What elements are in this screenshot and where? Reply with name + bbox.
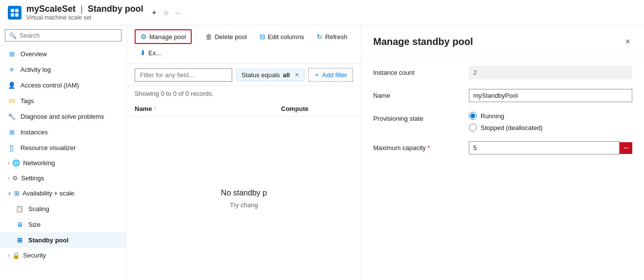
radio-stopped[interactable]: Stopped (deallocated) [469, 124, 632, 131]
sidebar-group-settings[interactable]: › ⚙ Settings [0, 171, 126, 186]
manage-pool-button[interactable]: ⚙ Manage pool [135, 29, 192, 44]
main-content: ⚙ Manage pool 🗑 Delete pool ⊟ Edit colum… [127, 25, 361, 280]
sidebar-group-networking[interactable]: › 🌐 Networking [0, 155, 126, 171]
sidebar-group-label: Security [23, 252, 46, 259]
instance-count-value [469, 66, 632, 79]
status-filter-label: Status equals [242, 71, 280, 79]
sidebar-item-label: Tags [20, 97, 34, 105]
sidebar-item-label: Instances [20, 129, 48, 136]
panel-title: Manage standby pool [373, 36, 473, 47]
access-control-icon: 👤 [8, 81, 16, 89]
radio-running[interactable]: Running [469, 112, 632, 120]
security-icon: 🔒 [12, 252, 20, 259]
radio-running-label: Running [481, 112, 504, 120]
delete-pool-label: Delete pool [215, 33, 247, 41]
panel-header: Manage standby pool × [362, 25, 644, 56]
page-subtitle: Virtual machine scale set [26, 14, 143, 21]
export-icon: ⬇ [140, 49, 146, 57]
sidebar-item-scaling[interactable]: 📋 Scaling [0, 201, 126, 216]
content-toolbar: ⚙ Manage pool 🗑 Delete pool ⊟ Edit colum… [127, 25, 361, 64]
sort-icon[interactable]: ↑ [154, 106, 156, 111]
sidebar-group-availability-scale[interactable]: ∨ ⊞ Availability + scale [0, 186, 126, 201]
page-title: Standby pool [88, 4, 143, 14]
svg-rect-1 [15, 9, 19, 12]
status-filter-close[interactable]: ✕ [295, 72, 299, 78]
panel-body: Instance count Name Provisioning state [362, 56, 644, 164]
chevron-right-icon: › [8, 175, 9, 181]
sidebar-item-diagnose[interactable]: 🔧 Diagnose and solve problems [0, 108, 126, 124]
search-input-wrap[interactable]: 🔍 [5, 29, 121, 42]
chevron-down-icon: ∨ [8, 191, 11, 196]
field-name: Name [373, 89, 632, 102]
search-input[interactable] [20, 32, 117, 39]
filter-bar: Status equals all ✕ ＋ Add filter [127, 64, 361, 86]
sidebar-item-activity-log[interactable]: ≡ Activity log [0, 62, 126, 77]
chevron-right-icon: › [8, 160, 9, 166]
sidebar-item-label: Overview [20, 50, 47, 58]
radio-stopped-input[interactable] [469, 124, 477, 131]
search-icon: 🔍 [9, 32, 17, 39]
field-provisioning-state: Provisioning state Running Stopped (deal… [373, 112, 632, 131]
filter-input[interactable] [135, 68, 232, 82]
svg-rect-0 [11, 9, 14, 12]
more-icon[interactable]: ··· [174, 8, 182, 18]
sidebar-item-size[interactable]: 🖥 Size [0, 216, 126, 232]
add-filter-icon: ＋ [314, 70, 320, 79]
sidebar-group-label: Availability + scale [22, 190, 74, 197]
settings-icon: ⚙ [12, 174, 18, 182]
header-separator: | [80, 4, 83, 14]
empty-state-title: No standby p [221, 189, 267, 197]
maximum-capacity-btn[interactable]: ··· [620, 142, 632, 154]
edit-columns-icon: ⊟ [260, 33, 265, 41]
sidebar-item-access-control[interactable]: 👤 Access control (IAM) [0, 77, 126, 93]
export-label: Ex... [148, 49, 161, 57]
size-icon: 🖥 [16, 220, 23, 228]
pin-icon[interactable]: ✦ [150, 8, 158, 18]
sidebar-item-overview[interactable]: ⊞ Overview [0, 46, 126, 62]
sidebar-item-instances[interactable]: ⊞ Instances [0, 124, 126, 140]
manage-standby-pool-panel: Manage standby pool × Instance count Nam… [361, 25, 644, 280]
record-count: Showing 0 to 0 of 0 records. [127, 86, 361, 101]
radio-stopped-label: Stopped (deallocated) [481, 124, 543, 131]
sidebar-group-security[interactable]: › 🔒 Security [0, 248, 126, 263]
edit-columns-button[interactable]: ⊟ Edit columns [254, 30, 309, 43]
radio-group: Running Stopped (deallocated) [469, 112, 632, 131]
refresh-button[interactable]: ↻ Refresh [311, 30, 353, 43]
sidebar-item-label: Diagnose and solve problems [20, 113, 104, 120]
column-compute: Compute [281, 105, 308, 112]
maximum-capacity-input[interactable] [469, 141, 620, 154]
overview-icon: ⊞ [8, 50, 16, 58]
sidebar-item-tags[interactable]: 🏷 Tags [0, 93, 126, 108]
add-filter-button[interactable]: ＋ Add filter [308, 68, 352, 82]
activity-log-icon: ≡ [8, 65, 16, 73]
status-filter: Status equals all ✕ [236, 69, 304, 81]
refresh-label: Refresh [325, 33, 347, 41]
delete-pool-icon: 🗑 [205, 33, 212, 41]
manage-pool-label: Manage pool [149, 33, 186, 41]
scaling-icon: 📋 [16, 205, 23, 213]
svg-rect-2 [11, 13, 14, 17]
app-name: myScaleSet [26, 4, 76, 14]
panel-close-button[interactable]: × [623, 35, 632, 48]
header-title-group: myScaleSet | Standby pool Virtual machin… [26, 4, 143, 21]
availability-scale-icon: ⊞ [14, 190, 20, 197]
sidebar-item-label: Activity log [20, 66, 51, 73]
star-icon[interactable]: ☆ [162, 8, 170, 18]
sidebar-item-label: Size [28, 221, 40, 228]
status-filter-value: all [283, 71, 290, 79]
refresh-icon: ↻ [317, 33, 322, 41]
manage-pool-icon: ⚙ [141, 33, 147, 41]
export-button[interactable]: ⬇ Ex... [135, 46, 166, 60]
name-input[interactable] [469, 89, 632, 102]
delete-pool-button[interactable]: 🗑 Delete pool [200, 30, 252, 43]
chevron-right-icon: › [8, 253, 9, 258]
sidebar-item-label: Standby pool [28, 237, 68, 244]
name-value [469, 89, 632, 102]
table-header: Name ↑ Compute [127, 101, 361, 117]
radio-running-input[interactable] [469, 112, 477, 120]
networking-icon: 🌐 [12, 159, 20, 167]
max-capacity-input-group: ··· [469, 141, 632, 154]
empty-state-subtitle: Try chang [230, 201, 258, 209]
sidebar-item-standby-pool[interactable]: ⊞ Standby pool [0, 232, 126, 248]
sidebar-item-resource-visualizer[interactable]: ⣿ Resource visualizer [0, 140, 126, 155]
